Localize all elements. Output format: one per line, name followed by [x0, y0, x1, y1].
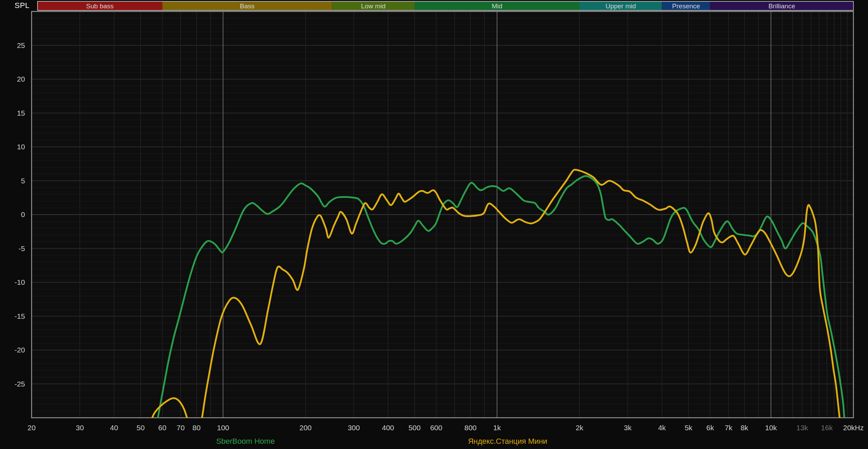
x-tick-label: 500 [408, 424, 420, 432]
x-tick-label: 5k [685, 424, 693, 432]
x-tick-label: 100 [217, 424, 229, 432]
x-tick-label: 80 [192, 424, 200, 432]
band-label: Sub bass [86, 2, 114, 10]
band-label: Bass [240, 2, 254, 10]
y-tick-label: -25 [15, 380, 25, 388]
y-tick-label: -20 [15, 346, 25, 354]
band-label: Low mid [361, 2, 386, 10]
legend-yandex-station-mini: Яндекс.Станция Мини [468, 437, 547, 446]
y-tick-label: -15 [15, 312, 25, 320]
x-tick-label: 7k [725, 424, 733, 432]
frequency-response-chart: Sub bassBassLow midMidUpper midPresenceB… [0, 0, 868, 449]
x-tick-label: 13k [796, 424, 808, 432]
band-label: Mid [492, 2, 502, 10]
band-label: Presence [672, 2, 700, 10]
y-tick-label: 25 [17, 41, 25, 49]
y-tick-label: 5 [21, 177, 25, 185]
x-tick-label: 16k [821, 424, 833, 432]
x-tick-label: 60 [158, 424, 166, 432]
x-tick-label: 10k [765, 424, 777, 432]
legend-sberboom-home: SberBoom Home [216, 437, 275, 446]
y-tick-label: 15 [17, 109, 25, 117]
y-tick-label: 10 [17, 143, 25, 151]
x-tick-label: 20 [27, 424, 35, 432]
x-tick-label: 2k [576, 424, 584, 432]
x-tick-label: 800 [465, 424, 477, 432]
spl-comparison-chart-page: SPL Sub bassBassLow midMidUpper midPrese… [0, 0, 868, 449]
x-tick-label: 400 [382, 424, 394, 432]
x-tick-label: 200 [299, 424, 311, 432]
x-tick-label: 4k [658, 424, 666, 432]
x-tick-label: 20kHz [843, 424, 864, 432]
y-tick-label: 20 [17, 75, 25, 83]
x-tick-label: 70 [177, 424, 185, 432]
frequency-band-banner: Sub bassBassLow midMidUpper midPresenceB… [37, 1, 853, 10]
x-tick-label: 30 [76, 424, 84, 432]
x-tick-label: 6k [706, 424, 714, 432]
x-tick-label: 8k [741, 424, 749, 432]
y-tick-label: 0 [21, 210, 25, 218]
x-tick-label: 1k [493, 424, 501, 432]
x-tick-label: 40 [110, 424, 118, 432]
band-label: Brilliance [768, 2, 795, 10]
x-tick-label: 300 [348, 424, 360, 432]
x-tick-label: 3k [624, 424, 632, 432]
y-tick-label: -10 [15, 278, 25, 286]
band-label: Upper mid [606, 2, 636, 10]
y-tick-label: -5 [18, 244, 25, 252]
x-tick-label: 600 [430, 424, 442, 432]
x-tick-label: 50 [136, 424, 144, 432]
